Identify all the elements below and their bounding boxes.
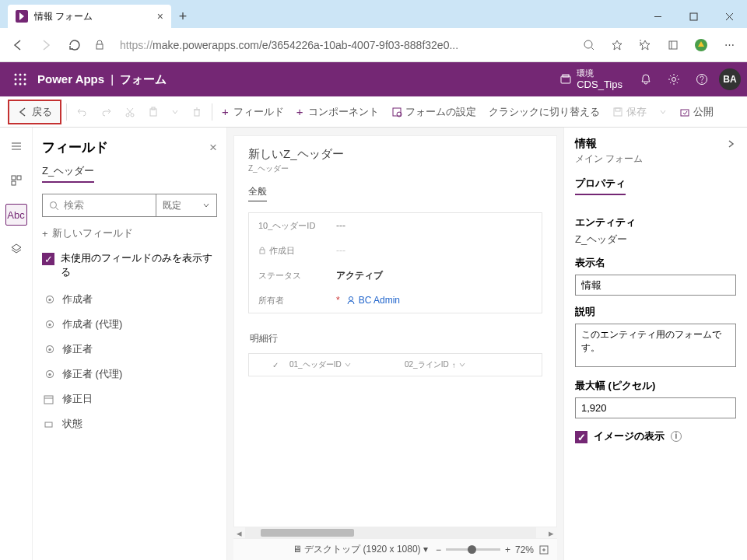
chevron-right-icon[interactable] xyxy=(727,139,736,149)
display-name-input[interactable] xyxy=(575,275,736,296)
svg-point-30 xyxy=(701,82,703,83)
svg-point-18 xyxy=(19,74,22,76)
lock-icon[interactable] xyxy=(89,32,110,58)
svg-point-17 xyxy=(15,74,17,76)
close-panel-icon[interactable]: × xyxy=(209,140,217,156)
url-display[interactable]: https://make.powerapps.com/e/3654226a-10… xyxy=(112,39,574,51)
rail-fields-icon[interactable]: Abc xyxy=(5,204,27,226)
form-area[interactable]: 新しいZ_ヘッダー Z_ヘッダー 全般 10_ヘッダーID--- 作成日--- … xyxy=(233,135,557,527)
environment-picker[interactable]: 環境CDS_Tips xyxy=(559,68,632,91)
general-tab[interactable]: 全般 xyxy=(248,185,267,201)
browser-addressbar: https://make.powerapps.com/e/3654226a-10… xyxy=(0,28,747,62)
refresh-button[interactable] xyxy=(61,32,87,58)
paste-dropdown[interactable] xyxy=(167,105,184,119)
left-rail: Abc xyxy=(0,128,33,560)
svg-rect-41 xyxy=(615,108,620,111)
favorite-icon[interactable] xyxy=(604,32,630,58)
view-dropdown[interactable]: 既定 xyxy=(156,194,216,216)
svg-point-31 xyxy=(126,114,129,117)
save-button[interactable]: 保存 xyxy=(608,102,651,122)
new-field-button[interactable]: +新しいフィールド xyxy=(42,226,217,240)
svg-point-56 xyxy=(349,297,352,301)
nav-back-button[interactable] xyxy=(5,32,31,58)
new-tab-button[interactable]: + xyxy=(171,5,195,28)
powerapps-icon xyxy=(16,10,28,23)
entity-label: エンティティ xyxy=(575,215,736,229)
form-settings-button[interactable]: フォームの設定 xyxy=(387,102,481,122)
rail-tree-icon[interactable] xyxy=(5,135,27,157)
delete-button[interactable] xyxy=(187,103,207,121)
notifications-icon[interactable] xyxy=(632,65,660,93)
collections-icon[interactable] xyxy=(660,32,686,58)
field-item[interactable]: ⦿作成者 xyxy=(33,287,226,312)
user-avatar[interactable]: BA xyxy=(719,68,741,90)
close-tab-icon[interactable]: × xyxy=(157,10,163,23)
svg-point-25 xyxy=(24,83,26,86)
horizontal-scrollbar[interactable]: ◂ ▸ xyxy=(233,527,557,538)
field-item[interactable]: ⦿修正者 (代理) xyxy=(33,362,226,387)
fit-icon[interactable] xyxy=(538,544,549,555)
maximize-button[interactable] xyxy=(675,5,711,28)
svg-point-6 xyxy=(584,40,592,48)
switch-classic-button[interactable]: クラシックに切り替える xyxy=(484,102,605,122)
settings-icon[interactable] xyxy=(660,65,688,93)
field-item[interactable]: ⦿作成者 (代理) xyxy=(33,312,226,337)
entity-name[interactable]: Z_ヘッダー xyxy=(42,164,94,183)
maxwidth-input[interactable] xyxy=(575,397,736,418)
svg-rect-54 xyxy=(45,422,52,427)
svg-point-50 xyxy=(51,201,57,208)
svg-point-21 xyxy=(19,79,22,81)
person-icon xyxy=(346,296,356,305)
svg-line-7 xyxy=(591,47,594,50)
zoom-icon[interactable] xyxy=(576,32,602,58)
field-item[interactable]: 状態 xyxy=(33,411,226,436)
publish-button[interactable]: 公開 xyxy=(675,102,718,122)
device-picker[interactable]: 🖥 デスクトップ (1920 x 1080) ▾ xyxy=(293,543,428,556)
subgrid-header[interactable]: ✓01_ヘッダーID 02_ラインID ↑ xyxy=(248,353,542,376)
properties-tab[interactable]: プロパティ xyxy=(575,177,626,195)
show-image-checkbox[interactable]: ✓ イメージの表示 i xyxy=(575,429,736,443)
detail-section-title[interactable]: 明細行 xyxy=(248,332,542,345)
rail-layers-icon[interactable] xyxy=(5,238,27,260)
save-dropdown[interactable] xyxy=(654,105,672,119)
field-type-icon xyxy=(44,394,56,404)
header-section[interactable]: 10_ヘッダーID--- 作成日--- ステータスアクティブ 所有者*BC Ad… xyxy=(248,212,542,313)
add-field-button[interactable]: +フィールド xyxy=(217,102,289,122)
zoom-control[interactable]: −+ 72% xyxy=(436,544,549,555)
nav-forward-button[interactable] xyxy=(33,32,59,58)
fields-panel: フィールド × Z_ヘッダー 検索 既定 +新しいフィールド ✓ 未使用のフィー… xyxy=(33,128,227,560)
app-launcher-icon[interactable] xyxy=(6,65,34,93)
redo-button[interactable] xyxy=(96,103,117,121)
rail-components-icon[interactable] xyxy=(5,170,27,191)
unused-only-checkbox[interactable]: ✓ 未使用のフィールドのみを表示する xyxy=(42,251,217,279)
search-input[interactable]: 検索 xyxy=(43,194,156,216)
cut-button[interactable] xyxy=(120,103,140,121)
field-item[interactable]: 修正日 xyxy=(33,387,226,411)
browser-tab[interactable]: 情報 フォーム × xyxy=(8,5,171,28)
field-item[interactable]: ⦿修正者 xyxy=(33,337,226,362)
svg-marker-49 xyxy=(12,244,21,250)
favorites-list-icon[interactable] xyxy=(632,32,658,58)
add-component-button[interactable]: +コンポーネント xyxy=(292,102,384,122)
undo-button[interactable] xyxy=(72,103,93,121)
svg-rect-5 xyxy=(96,44,103,49)
svg-line-51 xyxy=(56,208,58,210)
svg-rect-13 xyxy=(669,41,677,49)
back-button[interactable]: 戻る xyxy=(8,100,61,124)
field-list: ⦿作成者⦿作成者 (代理)⦿修正者⦿修正者 (代理)修正日状態 xyxy=(33,287,226,436)
help-icon[interactable] xyxy=(688,65,716,93)
browser-titlebar: 情報 フォーム × + xyxy=(0,0,747,28)
form-subtitle: Z_ヘッダー xyxy=(248,163,542,174)
svg-point-23 xyxy=(15,83,17,86)
close-window-button[interactable] xyxy=(711,5,747,28)
description-input[interactable]: このエンティティ用のフォームです。 xyxy=(575,324,736,367)
lock-icon xyxy=(258,247,266,254)
svg-point-20 xyxy=(15,79,17,81)
more-icon[interactable]: ⋯ xyxy=(716,32,742,58)
info-icon[interactable]: i xyxy=(671,431,682,442)
form-canvas: 新しいZ_ヘッダー Z_ヘッダー 全般 10_ヘッダーID--- 作成日--- … xyxy=(227,128,563,560)
minimize-button[interactable] xyxy=(640,5,675,28)
canvas-statusbar: 🖥 デスクトップ (1920 x 1080) ▾ −+ 72% xyxy=(233,538,557,560)
profile-icon[interactable] xyxy=(688,32,714,58)
paste-button[interactable] xyxy=(143,103,163,121)
